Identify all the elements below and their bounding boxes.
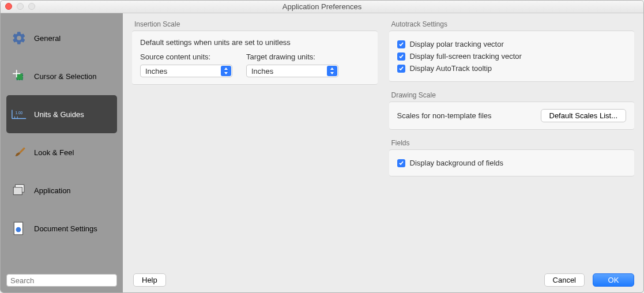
check-icon xyxy=(397,65,405,73)
traffic-lights xyxy=(5,3,35,10)
drawing-scale-label: Scales for non-template files xyxy=(397,111,492,120)
group-title: Insertion Scale xyxy=(132,20,378,28)
check-icon xyxy=(397,52,405,61)
checkbox-label: Display AutoTrack tooltip xyxy=(410,64,492,73)
check-icon xyxy=(397,40,405,48)
svg-point-11 xyxy=(16,227,21,232)
windows-icon xyxy=(11,182,27,198)
sidebar-item-label: Units & Guides xyxy=(34,110,84,119)
source-units-value: Inches xyxy=(145,67,167,76)
svg-text:1.00: 1.00 xyxy=(15,111,22,115)
checkbox-polar-tracking[interactable]: Display polar tracking vector xyxy=(397,38,627,50)
group-fields: Fields Display background of fields xyxy=(389,139,635,176)
chevron-updown-icon xyxy=(327,66,337,76)
sidebar-item-units[interactable]: 1.00 Units & Guides xyxy=(6,95,117,133)
ok-button[interactable]: OK xyxy=(593,273,634,287)
search-input[interactable] xyxy=(6,274,117,287)
zoom-icon xyxy=(28,3,35,10)
svg-rect-9 xyxy=(13,187,22,195)
window-title: Application Preferences xyxy=(283,2,361,11)
sidebar-item-label: Document Settings xyxy=(34,224,97,233)
gear-icon xyxy=(11,30,27,46)
footer: Help Cancel OK xyxy=(123,267,643,292)
group-title: Fields xyxy=(389,139,635,147)
group-insertion-scale: Insertion Scale Default settings when un… xyxy=(132,20,378,85)
sidebar-item-application[interactable]: Application xyxy=(6,171,117,209)
titlebar: Application Preferences xyxy=(1,1,643,13)
sidebar-item-cursor[interactable]: Cursor & Selection xyxy=(6,57,117,95)
group-title: Drawing Scale xyxy=(389,91,635,99)
svg-rect-0 xyxy=(17,74,23,80)
sidebar-item-general[interactable]: General xyxy=(6,19,117,57)
sidebar-item-label: General xyxy=(34,34,61,43)
cursor-icon xyxy=(11,68,27,84)
checkbox-label: Display background of fields xyxy=(410,159,504,167)
checkbox-label: Display full-screen tracking vector xyxy=(410,52,522,61)
preferences-window: Application Preferences General Cursor &… xyxy=(0,0,644,293)
target-units-value: Inches xyxy=(251,67,273,76)
sidebar-item-label: Look & Feel xyxy=(34,148,74,157)
close-icon[interactable] xyxy=(5,3,12,10)
sidebar-item-label: Cursor & Selection xyxy=(34,72,96,81)
minimize-icon xyxy=(17,3,24,10)
checkbox-field-background[interactable]: Display background of fields xyxy=(397,157,627,169)
group-drawing-scale: Drawing Scale Scales for non-template fi… xyxy=(389,91,635,130)
sidebar-search xyxy=(6,274,117,287)
target-units-label: Target drawing units: xyxy=(246,52,338,61)
brush-icon xyxy=(11,144,27,160)
sidebar-item-label: Application xyxy=(34,186,71,195)
sidebar: General Cursor & Selection 1.00 Units & … xyxy=(1,13,123,292)
insertion-desc: Default settings when units are set to u… xyxy=(140,38,370,47)
sidebar-item-document[interactable]: Document Settings xyxy=(6,209,117,247)
sidebar-item-look[interactable]: Look & Feel xyxy=(6,133,117,171)
help-button[interactable]: Help xyxy=(133,273,166,287)
default-scales-button[interactable]: Default Scales List... xyxy=(541,109,627,122)
group-title: Autotrack Settings xyxy=(389,20,635,28)
document-icon xyxy=(11,220,27,236)
content-area: Insertion Scale Default settings when un… xyxy=(123,13,643,292)
cancel-button[interactable]: Cancel xyxy=(544,273,585,287)
checkbox-fullscreen-tracking[interactable]: Display full-screen tracking vector xyxy=(397,50,627,62)
source-units-select[interactable]: Inches xyxy=(140,65,232,77)
chevron-updown-icon xyxy=(221,66,231,76)
checkbox-autotrack-tooltip[interactable]: Display AutoTrack tooltip xyxy=(397,62,627,74)
checkbox-label: Display polar tracking vector xyxy=(410,40,504,48)
ruler-icon: 1.00 xyxy=(11,106,27,122)
check-icon xyxy=(397,159,405,167)
source-units-label: Source content units: xyxy=(140,52,232,61)
target-units-select[interactable]: Inches xyxy=(246,65,338,77)
group-autotrack: Autotrack Settings Display polar trackin… xyxy=(389,20,635,82)
